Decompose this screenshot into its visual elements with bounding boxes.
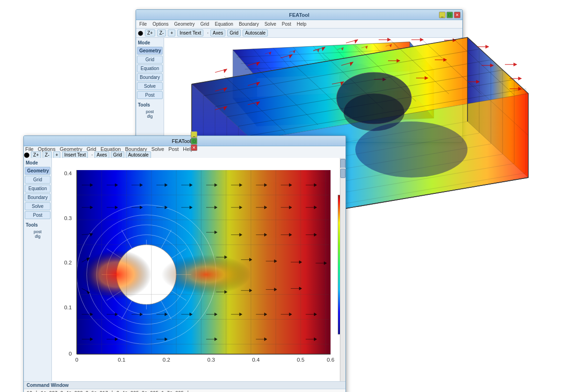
front-toolbar-zminus[interactable]: Z- <box>43 151 51 158</box>
svg-marker-283 <box>518 77 521 80</box>
svg-text:0.1: 0.1 <box>118 356 125 363</box>
front-btn-post[interactable]: Post <box>25 211 50 219</box>
front-toolbar-zplus[interactable]: Z+ <box>31 151 41 158</box>
svg-marker-269 <box>514 63 517 66</box>
maximize-button[interactable]: □ <box>446 12 453 18</box>
svg-line-241 <box>468 79 528 135</box>
svg-line-224 <box>468 37 528 93</box>
menu-solve-back[interactable]: Solve <box>263 21 278 27</box>
cmd-scrollbar[interactable] <box>340 168 345 218</box>
front-mode-label: Mode <box>25 160 50 166</box>
svg-text:0.6: 0.6 <box>327 356 334 363</box>
front-2d-viz: 0 0.1 0.2 0.3 0.4 0.5 0.6 0 0.1 0.2 0.3 … <box>52 158 345 381</box>
toolbar-grid-back[interactable]: Grid <box>227 29 241 36</box>
close-button[interactable]: ✕ <box>454 12 460 18</box>
back-sidebar: Mode Geometry Grid Equation Boundary Sol… <box>136 38 164 138</box>
svg-marker-267 <box>486 45 489 48</box>
back-menu-bar: File Options Geometry Grid Equation Boun… <box>136 20 462 29</box>
svg-text:0.5: 0.5 <box>297 356 305 363</box>
back-btn-post[interactable]: Post <box>137 91 163 99</box>
toolbar-zplus-back[interactable]: Z+ <box>145 29 155 36</box>
svg-marker-295 <box>476 80 479 83</box>
toolbar-plus-back[interactable]: + <box>168 29 175 36</box>
back-btn-boundary[interactable]: Boundary <box>137 73 163 81</box>
svg-point-77 <box>82 249 151 299</box>
svg-text:0.4: 0.4 <box>64 170 72 176</box>
toolbar-zminus-back[interactable]: Z- <box>157 29 166 36</box>
front-close-button[interactable]: ✕ <box>191 144 197 151</box>
toolbar-insert-text-back[interactable]: Insert Text <box>177 29 203 36</box>
back-mode-label: Mode <box>137 40 163 46</box>
toolbar-autoscale-back[interactable]: Autoscale <box>243 29 268 36</box>
front-toolbar-insert-text[interactable]: Insert Text <box>62 151 88 158</box>
front-toolbar-sep: · <box>92 152 93 157</box>
front-sidebar: Mode Geometry Grid Equation Boundary Sol… <box>24 158 52 381</box>
front-btn-grid[interactable]: Grid <box>25 176 50 184</box>
svg-text:0.3: 0.3 <box>64 215 72 221</box>
front-window-controls: _ □ ✕ <box>191 131 197 151</box>
svg-point-78 <box>161 255 251 294</box>
back-window-title: FEATool <box>289 12 309 18</box>
menu-equation-back[interactable]: Equation <box>213 21 234 27</box>
front-window-title: FEATool <box>172 138 191 144</box>
back-tools-label: Tools <box>137 102 163 108</box>
cmd-row-10: 10 | 1e-007 2.4e-008 2.6e-017 | 2.4e-005… <box>27 390 343 392</box>
svg-text:0: 0 <box>69 350 72 356</box>
back-window: FEATool _ □ ✕ File Options Geometry Grid… <box>136 9 463 143</box>
toolbar-axes-back[interactable]: Axes <box>210 29 225 36</box>
front-toolbar-grid[interactable]: Grid <box>111 151 124 158</box>
front-maximize-button[interactable]: □ <box>191 138 197 144</box>
svg-text:0.3: 0.3 <box>207 356 215 363</box>
menu-geometry-back[interactable]: Geometry <box>173 21 196 27</box>
front-btn-geometry[interactable]: Geometry <box>25 167 50 175</box>
front-bottom-panel: Command Window 10 | 1e-007 2.4e-008 2.6e… <box>24 381 345 392</box>
menu-grid-back[interactable]: Grid <box>199 21 211 27</box>
back-window-titlebar: FEATool _ □ ✕ <box>136 10 462 20</box>
menu-file-back[interactable]: File <box>138 21 148 27</box>
back-3d-viz <box>164 38 462 138</box>
front-tools-label: Tools <box>25 222 50 228</box>
front-toolbar-axes[interactable]: Axes <box>94 151 109 158</box>
front-btn-boundary[interactable]: Boundary <box>25 193 50 201</box>
toolbar-sep-back: · <box>207 30 209 36</box>
front-content: Mode Geometry Grid Equation Boundary Sol… <box>24 158 345 381</box>
front-window: FEATool _ □ ✕ File Options Geometry Grid… <box>23 135 346 392</box>
front-btn-equation[interactable]: Equation <box>25 185 50 192</box>
menu-options-back[interactable]: Options <box>151 21 170 27</box>
minimize-button[interactable]: _ <box>439 12 446 18</box>
menu-boundary-back[interactable]: Boundary <box>237 21 260 27</box>
svg-marker-0 <box>233 42 434 78</box>
svg-text:0.2: 0.2 <box>163 356 170 363</box>
back-content: Mode Geometry Grid Equation Boundary Sol… <box>136 38 462 138</box>
back-plot-area <box>164 38 462 138</box>
command-window-label: Command Window <box>24 382 345 389</box>
command-output: 10 | 1e-007 2.4e-008 2.6e-017 | 2.4e-005… <box>24 389 345 392</box>
toolbar-icon-back: ⬤ <box>138 30 143 36</box>
svg-point-40 <box>339 64 375 92</box>
front-toolbar-icon: ⬤ <box>24 152 29 157</box>
window-controls: _ □ ✕ <box>439 12 460 18</box>
front-post-dlg[interactable]: postdlg <box>25 229 50 239</box>
menu-post-front[interactable]: Post <box>167 146 180 152</box>
svg-marker-281 <box>490 64 493 67</box>
back-btn-solve[interactable]: Solve <box>137 82 163 90</box>
svg-text:0.1: 0.1 <box>64 304 72 310</box>
menu-help-back[interactable]: Help <box>295 21 308 27</box>
front-toolbar-plus[interactable]: + <box>53 151 61 158</box>
back-btn-equation[interactable]: Equation <box>137 64 163 72</box>
svg-line-242 <box>468 121 528 178</box>
cmd-scrollbar-thumb[interactable] <box>340 169 345 178</box>
svg-text:0.4: 0.4 <box>252 356 260 363</box>
front-minimize-button[interactable]: _ <box>191 131 197 138</box>
back-post-dlg[interactable]: postdlg <box>137 109 163 119</box>
back-toolbar: ⬤ Z+ Z- + Insert Text · Axes Grid Autosc… <box>136 29 462 38</box>
front-toolbar-autoscale[interactable]: Autoscale <box>126 151 151 158</box>
front-toolbar: ⬤ Z+ Z- + Insert Text · Axes Grid Autosc… <box>24 152 345 158</box>
menu-post-back[interactable]: Post <box>280 21 293 27</box>
back-btn-grid[interactable]: Grid <box>137 56 163 64</box>
back-btn-geometry[interactable]: Geometry <box>137 47 163 55</box>
menu-solve-front[interactable]: Solve <box>150 146 166 152</box>
svg-text:0: 0 <box>75 356 79 363</box>
svg-marker-205 <box>468 37 528 178</box>
front-btn-solve[interactable]: Solve <box>25 202 50 210</box>
